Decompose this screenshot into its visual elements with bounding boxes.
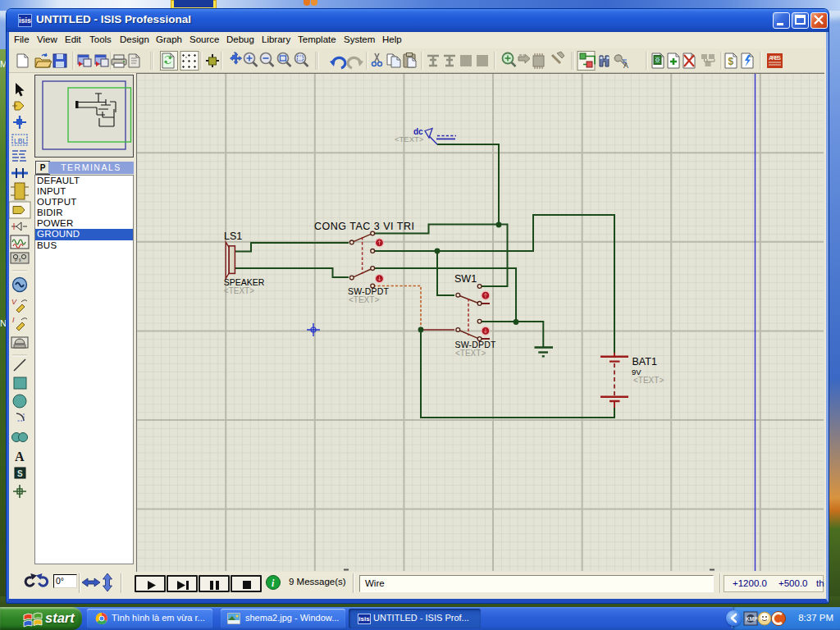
svg-text:$: $: [728, 56, 734, 67]
svg-text:V: V: [11, 298, 17, 306]
svg-text:SW-DPDT: SW-DPDT: [348, 286, 390, 296]
svg-text:ARES: ARES: [769, 54, 781, 62]
svg-text:A: A: [15, 450, 25, 463]
svg-text:LBL: LBL: [14, 137, 26, 145]
svg-text:<TEXT>: <TEXT>: [633, 376, 664, 385]
svg-text:CONG TAC 3 VI TRI: CONG TAC 3 VI TRI: [314, 221, 414, 232]
svg-text:KMP: KMP: [746, 616, 758, 622]
svg-text:<TEXT>: <TEXT>: [349, 295, 379, 304]
svg-text:LS1: LS1: [224, 231, 242, 242]
svg-text:<TEXT>: <TEXT>: [455, 349, 486, 358]
svg-text:BAT1: BAT1: [632, 356, 657, 368]
svg-text:I: I: [12, 316, 15, 324]
svg-text:S: S: [17, 469, 23, 478]
svg-text:P 9: P 9: [15, 258, 21, 262]
svg-text:<TEXT>: <TEXT>: [395, 135, 424, 144]
svg-text:<TEXT>: <TEXT>: [224, 286, 254, 295]
svg-text:SW1: SW1: [454, 273, 477, 285]
